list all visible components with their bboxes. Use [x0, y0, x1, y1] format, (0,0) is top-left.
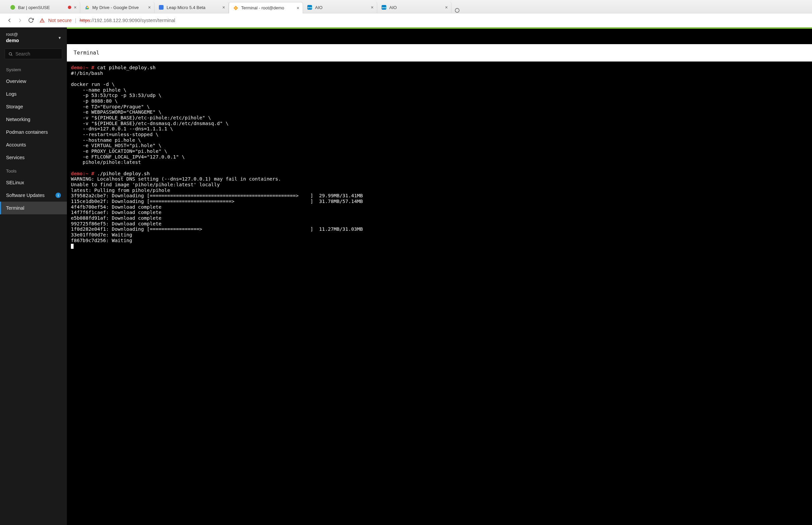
- nav-forward-button[interactable]: [15, 15, 26, 26]
- sidebar-item-label: Overview: [6, 79, 26, 84]
- browser-tab[interactable]: o∞oAIO×: [377, 2, 451, 13]
- svg-line-2: [11, 55, 12, 56]
- tab-close-icon[interactable]: ×: [222, 5, 225, 10]
- browser-tab[interactable]: Terminal - root@demo×: [229, 2, 303, 13]
- sidebar-item-label: Storage: [6, 104, 23, 109]
- browser-tab[interactable]: Bar | openSUSE×: [6, 2, 80, 13]
- tab-favicon: o∞o: [381, 5, 387, 10]
- sidebar-item-label: Software Updates: [6, 193, 44, 198]
- sidebar-item-logs[interactable]: Logs: [0, 88, 67, 100]
- tab-favicon: o∞o: [307, 5, 312, 10]
- tab-close-icon[interactable]: ×: [371, 5, 374, 10]
- sidebar-item-terminal[interactable]: Terminal: [0, 201, 67, 214]
- tab-favicon: [84, 5, 90, 10]
- sidebar-item-podman[interactable]: Podman containers: [0, 126, 67, 138]
- tab-close-icon[interactable]: ×: [74, 5, 77, 10]
- sidebar-item-storage[interactable]: Storage: [0, 100, 67, 113]
- sidebar: root@ demo ▼ SystemOverviewLogsStorageNe…: [0, 27, 67, 525]
- sidebar-item-label: Logs: [6, 91, 16, 96]
- terminal-cursor: [71, 244, 74, 249]
- browser-tab[interactable]: o∞oAIO×: [303, 2, 377, 13]
- sidebar-item-label: Networking: [6, 117, 30, 122]
- page-title: Terminal: [67, 44, 812, 61]
- svg-point-0: [455, 9, 459, 12]
- sidebar-section-label: Tools: [0, 164, 67, 176]
- tab-title: Leap Micro 5.4 Beta: [167, 5, 220, 10]
- browser-tabstrip: Bar | openSUSE×My Drive - Google Drive×L…: [0, 0, 812, 13]
- nav-back-button[interactable]: [4, 15, 15, 26]
- sidebar-section-label: System: [0, 62, 67, 75]
- url-text: https://192.168.122.90:9090/system/termi…: [79, 18, 175, 23]
- accent-strip: [67, 27, 812, 29]
- tab-title: Bar | openSUSE: [18, 5, 66, 10]
- sidebar-item-networking[interactable]: Networking: [0, 113, 67, 126]
- address-field[interactable]: Not secure | https://192.168.122.90:9090…: [36, 15, 808, 26]
- host-user: root@: [6, 31, 19, 38]
- sidebar-item-label: Accounts: [6, 142, 26, 148]
- not-secure-label: Not secure: [48, 18, 72, 23]
- tab-favicon: [233, 5, 238, 11]
- not-secure-icon: [40, 18, 45, 23]
- tab-title: Terminal - root@demo: [241, 5, 294, 10]
- sidebar-item-label: Services: [6, 155, 25, 160]
- sidebar-item-selinux[interactable]: SELinux: [0, 176, 67, 189]
- tab-close-icon[interactable]: ×: [297, 6, 299, 10]
- search-icon: [9, 52, 13, 56]
- tab-title: AIO: [389, 5, 442, 10]
- sidebar-item-overview[interactable]: Overview: [0, 75, 67, 88]
- tab-close-icon[interactable]: ×: [445, 5, 448, 10]
- sidebar-item-services[interactable]: Services: [0, 151, 67, 164]
- top-masthead: [67, 29, 812, 44]
- browser-tab[interactable]: Leap Micro 5.4 Beta×: [154, 2, 229, 13]
- host-selector[interactable]: root@ demo ▼: [0, 27, 67, 47]
- browser-address-bar: Not secure | https://192.168.122.90:9090…: [0, 13, 812, 27]
- sidebar-item-updates[interactable]: Software Updatesi: [0, 189, 67, 201]
- host-name: demo: [6, 38, 19, 44]
- search-input-wrap[interactable]: [5, 48, 62, 59]
- browser-tab[interactable]: My Drive - Google Drive×: [80, 2, 154, 13]
- tab-overflow-icon[interactable]: [451, 8, 463, 13]
- record-icon: [68, 6, 71, 9]
- nav-reload-button[interactable]: [26, 15, 36, 26]
- info-badge-icon: i: [56, 193, 61, 198]
- tab-favicon: [159, 5, 164, 10]
- tab-title: My Drive - Google Drive: [92, 5, 146, 10]
- address-separator: |: [75, 18, 76, 23]
- sidebar-item-accounts[interactable]: Accounts: [0, 138, 67, 151]
- chevron-down-icon: ▼: [58, 36, 62, 40]
- tab-title: AIO: [315, 5, 368, 10]
- tab-close-icon[interactable]: ×: [148, 5, 151, 10]
- content-area: Terminal demo:~ # cat pihole_deploy.sh #…: [67, 27, 812, 525]
- sidebar-item-label: Terminal: [6, 205, 25, 211]
- tab-favicon: [10, 5, 15, 10]
- search-input[interactable]: [15, 51, 59, 57]
- terminal-output[interactable]: demo:~ # cat pihole_deploy.sh #!/bin/bas…: [67, 61, 812, 525]
- sidebar-item-label: Podman containers: [6, 130, 48, 135]
- sidebar-item-label: SELinux: [6, 180, 24, 185]
